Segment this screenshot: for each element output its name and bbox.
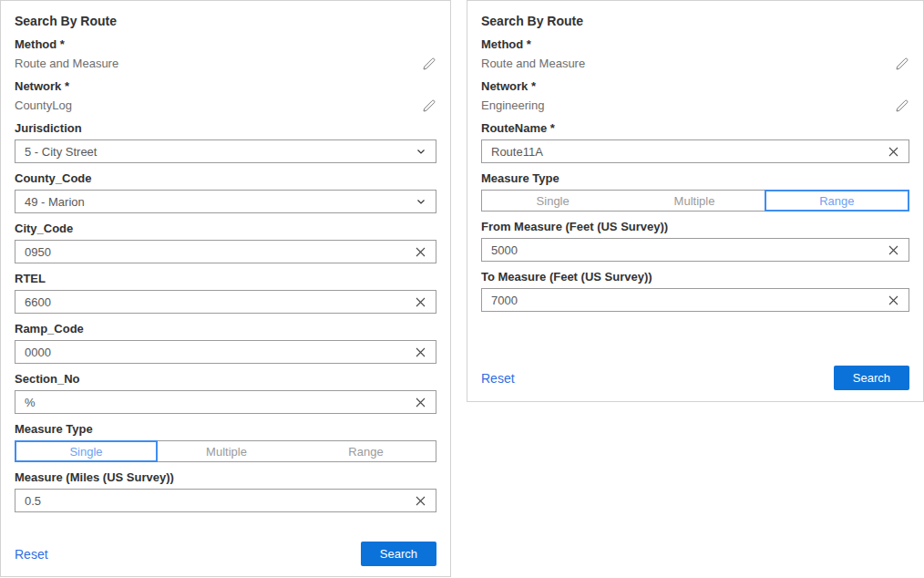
panel-title: Search By Route	[481, 1, 909, 29]
measure-type-field: Measure Type Single Multiple Range	[481, 171, 909, 212]
measure-label: Measure (Miles (US Survey))	[15, 470, 436, 484]
chevron-down-icon	[416, 196, 426, 207]
pencil-icon	[422, 57, 436, 71]
rtel-input[interactable]	[15, 291, 436, 313]
clear-icon[interactable]	[408, 241, 432, 263]
clear-icon[interactable]	[881, 239, 905, 261]
clear-icon[interactable]	[408, 490, 432, 511]
measure-type-option-multiple[interactable]: Multiple	[623, 191, 765, 211]
network-label: Network *	[15, 79, 436, 93]
network-field: Network * Engineering	[481, 79, 909, 113]
clear-icon[interactable]	[881, 289, 905, 311]
county-code-field: County_Code 49 - Marion	[15, 171, 436, 213]
measure-type-field: Measure Type Single Multiple Range	[15, 422, 436, 462]
network-field: Network * CountyLog	[15, 79, 436, 113]
section-no-label: Section_No	[15, 372, 436, 386]
city-code-field: City_Code	[15, 222, 436, 263]
search-by-route-panel-right: Search By Route Method * Route and Measu…	[467, 0, 924, 402]
ramp-code-label: Ramp_Code	[15, 322, 436, 335]
pencil-icon	[422, 98, 436, 113]
jurisdiction-value: 5 - City Street	[25, 145, 97, 159]
county-code-label: County_Code	[15, 171, 436, 185]
pencil-icon	[895, 57, 909, 71]
edit-network-button[interactable]	[895, 98, 909, 113]
route-name-input[interactable]	[482, 140, 909, 162]
search-by-route-panel-left: Search By Route Method * Route and Measu…	[0, 0, 451, 577]
clear-icon[interactable]	[881, 140, 905, 162]
from-measure-field: From Measure (Feet (US Survey))	[481, 220, 909, 262]
rtel-field: RTEL	[15, 272, 436, 314]
measure-type-option-single[interactable]: Single	[15, 440, 158, 462]
measure-type-control: Single Multiple Range	[481, 190, 909, 212]
route-name-label: RouteName *	[481, 121, 909, 135]
search-button[interactable]: Search	[834, 366, 909, 390]
measure-type-label: Measure Type	[15, 422, 436, 436]
county-code-select[interactable]: 49 - Marion	[15, 190, 436, 213]
jurisdiction-field: Jurisdiction 5 - City Street	[15, 121, 436, 163]
method-label: Method *	[15, 37, 436, 51]
reset-link[interactable]: Reset	[481, 370, 515, 387]
section-no-field: Section_No	[15, 372, 436, 414]
edit-network-button[interactable]	[422, 98, 436, 113]
edit-method-button[interactable]	[422, 57, 436, 71]
measure-type-option-range[interactable]: Range	[765, 190, 909, 212]
clear-icon[interactable]	[408, 341, 432, 363]
clear-icon[interactable]	[408, 291, 432, 313]
network-label: Network *	[481, 79, 909, 93]
jurisdiction-label: Jurisdiction	[15, 121, 436, 135]
city-code-input[interactable]	[15, 241, 436, 263]
to-measure-label: To Measure (Feet (US Survey))	[481, 270, 909, 284]
network-value: Engineering	[481, 98, 544, 113]
route-name-field: RouteName *	[481, 121, 909, 163]
reset-link[interactable]: Reset	[15, 546, 48, 563]
search-button[interactable]: Search	[361, 542, 436, 566]
from-measure-input[interactable]	[482, 239, 909, 261]
city-code-label: City_Code	[15, 222, 436, 235]
measure-type-option-multiple[interactable]: Multiple	[157, 441, 296, 461]
from-measure-label: From Measure (Feet (US Survey))	[481, 220, 909, 233]
edit-method-button[interactable]	[895, 57, 909, 71]
measure-type-control: Single Multiple Range	[15, 440, 436, 462]
to-measure-input[interactable]	[482, 289, 909, 311]
jurisdiction-select[interactable]: 5 - City Street	[15, 139, 436, 163]
panel-footer: Reset Search	[15, 542, 436, 566]
method-label: Method *	[481, 37, 909, 51]
county-code-value: 49 - Marion	[25, 195, 85, 209]
section-no-input[interactable]	[15, 391, 436, 413]
panel-footer: Reset Search	[481, 366, 909, 390]
measure-type-option-range[interactable]: Range	[296, 441, 436, 461]
measure-input[interactable]	[15, 490, 436, 511]
measure-type-label: Measure Type	[481, 171, 909, 185]
method-field: Method * Route and Measure	[481, 37, 909, 71]
method-value: Route and Measure	[15, 57, 118, 71]
chevron-down-icon	[416, 146, 426, 157]
method-field: Method * Route and Measure	[15, 37, 436, 71]
ramp-code-input[interactable]	[15, 341, 436, 363]
network-value: CountyLog	[15, 98, 72, 113]
pencil-icon	[895, 98, 909, 113]
method-value: Route and Measure	[481, 57, 585, 71]
rtel-label: RTEL	[15, 272, 436, 285]
measure-field: Measure (Miles (US Survey))	[15, 470, 436, 512]
panel-title: Search By Route	[15, 1, 436, 29]
ramp-code-field: Ramp_Code	[15, 322, 436, 364]
measure-type-option-single[interactable]: Single	[482, 191, 623, 211]
to-measure-field: To Measure (Feet (US Survey))	[481, 270, 909, 312]
clear-icon[interactable]	[408, 391, 432, 413]
